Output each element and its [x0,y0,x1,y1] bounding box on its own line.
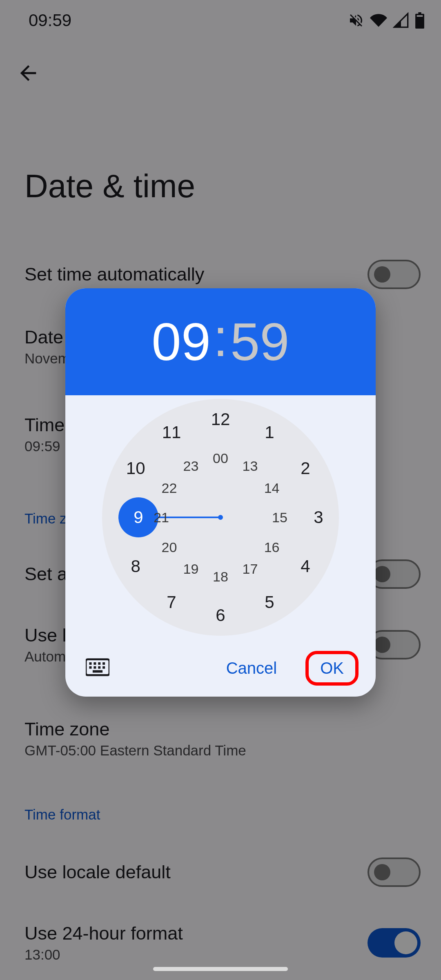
svg-rect-7 [98,666,100,669]
svg-rect-8 [102,666,105,669]
keyboard-icon [86,658,109,676]
clock-hour-17[interactable]: 17 [243,561,258,577]
svg-rect-3 [98,662,100,665]
time-picker-dialog: 09 : 59 9 121234567810110013141516171819… [65,288,376,697]
svg-rect-2 [94,662,96,665]
clock-hour-23[interactable]: 23 [183,458,199,474]
svg-rect-5 [89,666,91,669]
clock-face[interactable]: 9 12123456781011001314151617181920212223 [102,399,339,636]
clock-hour-16[interactable]: 16 [264,539,280,555]
time-picker-hour[interactable]: 09 [151,311,211,372]
clock-center-dot [218,515,223,520]
clock-hour-13[interactable]: 13 [243,458,258,474]
clock-hour-5[interactable]: 5 [265,592,274,612]
clock-hour-22[interactable]: 22 [162,480,177,496]
clock-hour-6[interactable]: 6 [216,606,225,625]
clock-selected-hour: 9 [118,497,158,537]
ok-button[interactable]: OK [309,654,355,682]
clock-hour-15[interactable]: 15 [272,510,287,526]
clock-hour-10[interactable]: 10 [126,459,145,478]
clock-hour-18[interactable]: 18 [213,569,228,585]
time-picker-minute[interactable]: 59 [230,311,290,372]
time-picker-colon: : [213,307,228,368]
clock-hour-3[interactable]: 3 [314,508,323,527]
clock-hour-00[interactable]: 00 [213,450,228,466]
clock-hour-20[interactable]: 20 [162,539,177,555]
clock-hour-4[interactable]: 4 [301,557,310,576]
svg-rect-4 [102,662,105,665]
gesture-bar [153,967,288,971]
clock-hour-12[interactable]: 12 [211,410,230,429]
svg-rect-6 [94,666,96,669]
svg-rect-9 [93,670,102,673]
clock-hour-1[interactable]: 1 [265,423,274,442]
clock-hour-8[interactable]: 8 [131,557,140,576]
clock-hour-2[interactable]: 2 [301,459,310,478]
clock-hour-19[interactable]: 19 [183,561,199,577]
keyboard-toggle-button[interactable] [86,658,109,678]
time-picker-header: 09 : 59 [65,288,376,395]
clock-hour-14[interactable]: 14 [264,480,280,496]
cancel-button[interactable]: Cancel [215,654,289,682]
svg-rect-1 [89,662,91,665]
clock-hour-21[interactable]: 21 [154,510,169,526]
clock-hour-7[interactable]: 7 [167,592,176,612]
clock-hour-11[interactable]: 11 [162,423,181,442]
